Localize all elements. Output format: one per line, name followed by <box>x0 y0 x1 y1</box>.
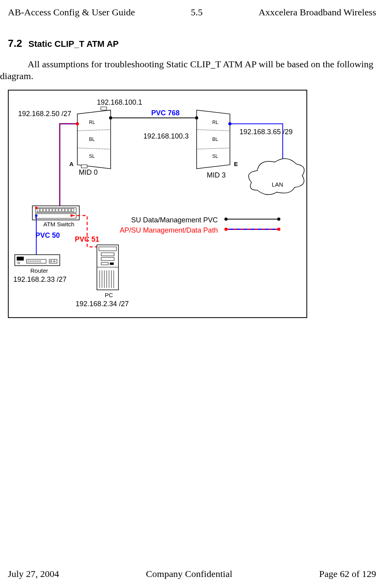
nodeE-bl: BL <box>212 137 218 142</box>
legend-ap-blue: Data Path <box>186 226 218 234</box>
svg-point-60 <box>277 218 280 221</box>
body-paragraph: All assumptions for troubleshooting Stat… <box>0 58 384 82</box>
label-router-ip: 192.168.2.33 /27 <box>13 276 67 284</box>
svg-point-64 <box>277 228 280 231</box>
label-ip-mid: 192.168.100.3 <box>143 132 189 141</box>
label-router: Router <box>30 267 48 274</box>
svg-point-39 <box>39 261 41 262</box>
nodeE-letter: E <box>234 161 238 167</box>
svg-rect-23 <box>65 209 68 212</box>
svg-point-34 <box>28 261 29 262</box>
label-ip-top: 192.168.100.1 <box>97 98 142 107</box>
svg-point-35 <box>30 261 32 262</box>
svg-point-37 <box>35 261 36 262</box>
label-mid0: MID 0 <box>79 168 98 177</box>
network-diagram: 192.168.100.1 192.168.2.50 /27 PVC 768 1… <box>8 90 307 318</box>
section-number: 7.2 <box>8 37 22 49</box>
svg-rect-21 <box>59 209 61 212</box>
svg-point-32 <box>18 262 20 264</box>
nodeE-rl: RL <box>212 120 218 125</box>
svg-rect-26 <box>35 214 76 218</box>
body-line-2: diagram. <box>0 71 33 81</box>
svg-point-42 <box>54 261 55 262</box>
footer-center: Company Confidential <box>146 569 232 579</box>
label-pc-ip: 192.168.2.34 /27 <box>76 300 129 308</box>
svg-rect-48 <box>101 263 108 265</box>
label-ip-right: 192.168.3.65 /29 <box>239 128 293 136</box>
svg-point-38 <box>37 261 39 262</box>
legend-ap-prefix: AP/SU Management/ <box>120 226 186 234</box>
svg-rect-18 <box>50 209 52 212</box>
label-atm-switch: ATM Switch <box>43 221 74 227</box>
svg-rect-20 <box>56 209 58 212</box>
section-title: Static CLIP_T ATM AP <box>28 39 119 49</box>
svg-rect-45 <box>99 247 117 251</box>
svg-rect-17 <box>46 209 49 212</box>
svg-rect-3 <box>81 165 87 168</box>
svg-rect-19 <box>53 209 55 212</box>
legend-su: SU Data/Management PVC <box>131 216 218 224</box>
legend-ap: AP/SU Management/Data Path <box>120 226 218 235</box>
header-left: AB-Access Config & User Guide <box>8 7 135 18</box>
svg-point-59 <box>224 218 228 221</box>
nodeA-letter: A <box>69 161 74 167</box>
svg-point-7 <box>109 116 112 120</box>
header-right: Axxcelera Broadband Wireless <box>259 7 376 18</box>
svg-point-41 <box>50 261 52 262</box>
svg-point-43 <box>70 214 73 217</box>
svg-rect-22 <box>62 209 65 212</box>
label-mid3: MID 3 <box>207 171 226 179</box>
body-line-1: All assumptions for troubleshooting Stat… <box>28 59 373 69</box>
svg-point-9 <box>228 122 232 125</box>
svg-rect-24 <box>69 209 71 212</box>
header-center: 5.5 <box>191 7 203 18</box>
svg-rect-15 <box>40 209 43 212</box>
label-ip-left: 192.168.2.50 /27 <box>18 110 71 118</box>
svg-point-28 <box>35 214 37 217</box>
footer-right: Page 62 of 129 <box>319 569 376 579</box>
svg-rect-14 <box>37 209 39 212</box>
footer-left: July 27, 2004 <box>8 569 59 579</box>
svg-point-11 <box>76 122 79 125</box>
label-pc: PC <box>105 292 113 298</box>
svg-rect-2 <box>101 107 107 110</box>
nodeA-sl: SL <box>89 153 95 159</box>
svg-rect-44 <box>97 245 119 290</box>
label-pvc50: PVC 50 <box>35 231 60 240</box>
svg-rect-25 <box>72 209 74 212</box>
svg-rect-16 <box>43 209 46 212</box>
svg-point-36 <box>32 261 34 262</box>
svg-rect-47 <box>101 257 114 261</box>
svg-point-8 <box>195 116 198 120</box>
svg-rect-49 <box>110 263 114 265</box>
svg-point-27 <box>35 207 37 209</box>
nodeA-bl: BL <box>89 137 95 142</box>
svg-rect-31 <box>17 257 24 261</box>
svg-point-63 <box>224 228 228 231</box>
svg-rect-46 <box>101 253 114 256</box>
nodeA-rl: RL <box>89 120 95 125</box>
label-pvc51: PVC 51 <box>75 235 99 244</box>
section-heading: 7.2 Static CLIP_T ATM AP <box>8 37 119 50</box>
label-pvc768: PVC 768 <box>151 109 180 117</box>
label-lan: LAN <box>272 181 283 188</box>
nodeE-sl: SL <box>212 153 218 159</box>
